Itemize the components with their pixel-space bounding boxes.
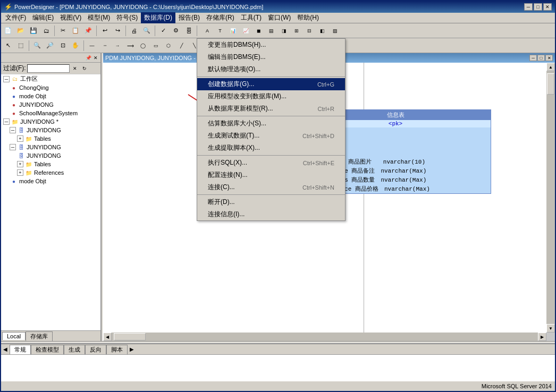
tree-item-workspace[interactable]: ─ 🗂 工作区 — [1, 74, 100, 83]
toolbar-r6[interactable]: ▤ — [265, 25, 277, 37]
menu-edit-dbms[interactable]: 编辑当前DBMS(E)... — [197, 51, 345, 63]
tree-item-junyidong1[interactable]: ● JUNYIDONG — [1, 100, 100, 109]
bottom-left-arrow[interactable]: ◀ — [3, 346, 7, 352]
menu-help[interactable]: 帮助(H) — [294, 12, 322, 23]
menu-model[interactable]: 模型(M) — [85, 12, 113, 23]
scroll-right-btn[interactable]: ▶ — [538, 333, 546, 341]
toolbar-r2[interactable]: T — [214, 25, 226, 37]
menu-estimate-size[interactable]: 估算数据库大小(S)... — [197, 117, 345, 130]
scroll-left-btn[interactable]: ◀ — [103, 333, 112, 341]
toolbar2-b6[interactable]: ▭ — [150, 40, 162, 52]
toolbar-r3[interactable]: 📊 — [227, 25, 239, 37]
bottom-right-arrow[interactable]: ▶ — [130, 346, 134, 352]
toolbar-r5[interactable]: ◼ — [252, 25, 264, 37]
menu-view[interactable]: 视图(V) — [57, 12, 85, 23]
menu-symbol[interactable]: 符号(S) — [113, 12, 141, 23]
toolbar2-b2[interactable]: ╌ — [99, 40, 111, 52]
menu-config-conn[interactable]: 配置连接(N)... — [197, 169, 345, 181]
toolbar2-b7[interactable]: ⬡ — [163, 40, 174, 52]
close-button[interactable]: ✕ — [543, 3, 552, 11]
tab-reverse[interactable]: 反向 — [85, 345, 106, 354]
toolbar-r4[interactable]: 📈 — [240, 25, 251, 37]
menu-change-dbms[interactable]: 变更当前DBMS(H)... — [197, 39, 345, 51]
minimize-button[interactable]: ─ — [524, 3, 533, 11]
tree-item-schoolmanage[interactable]: ● SchoolManageSystem — [1, 109, 100, 117]
tab-generate[interactable]: 生成 — [64, 345, 85, 354]
toolbar-r9[interactable]: ⊟ — [304, 25, 315, 37]
tree-item-junyidong-sub1[interactable]: ─ 🗄 JUNYIDONG — [1, 126, 100, 134]
toolbar-print[interactable]: 🖨 — [128, 25, 140, 37]
tree-expand-junyidong-star[interactable]: ─ — [3, 118, 10, 125]
menu-database[interactable]: 数据库(D) — [141, 12, 175, 23]
toolbar-paste[interactable]: 📌 — [82, 25, 94, 37]
toolbar-redo[interactable]: ↪ — [112, 25, 123, 37]
toolbar-r7[interactable]: ◨ — [278, 25, 290, 37]
toolbar2-fit[interactable]: ⊡ — [57, 40, 69, 52]
toolbar-db[interactable]: 🗄 — [183, 25, 195, 37]
toolbar2-select[interactable]: ⬚ — [15, 40, 27, 52]
menu-repository[interactable]: 存储库(R) — [203, 12, 238, 23]
tree-expand-sub1[interactable]: ─ — [10, 127, 16, 133]
h-scroll-thumb[interactable] — [114, 333, 146, 340]
v-scroll-thumb[interactable] — [547, 73, 554, 95]
menu-conn-info[interactable]: 连接信息(I)... — [197, 208, 345, 220]
scroll-up-btn[interactable]: ▲ — [546, 63, 555, 71]
toolbar2-b1[interactable]: — — [86, 40, 98, 52]
toolbar-save-all[interactable]: 🗂 — [40, 25, 52, 37]
toolbar2-b3[interactable]: → — [112, 40, 123, 52]
toolbar-new[interactable]: 📄 — [2, 25, 14, 37]
toolbar-open[interactable]: 📂 — [15, 25, 27, 37]
toolbar2-b4[interactable]: ⟶ — [124, 40, 136, 52]
menu-report[interactable]: 报告(B) — [175, 12, 203, 23]
tab-script[interactable]: 脚本 — [106, 345, 128, 354]
menu-gen-test-data[interactable]: 生成测试数据(T)... Ctrl+Shift+D — [197, 130, 345, 142]
tab-repository[interactable]: 存储库 — [26, 331, 53, 341]
toolbar2-pan[interactable]: ✋ — [70, 40, 81, 52]
toolbar-r11[interactable]: ▨ — [329, 25, 341, 37]
tree-expand-tables1[interactable]: + — [17, 135, 23, 142]
toolbar-gen[interactable]: ⚙ — [170, 25, 182, 37]
tree-item-references[interactable]: + 📁 References — [1, 168, 100, 177]
tab-normal[interactable]: 常规 — [10, 345, 31, 354]
menu-file[interactable]: 文件(F) — [2, 12, 29, 23]
menu-exec-sql[interactable]: 执行SQL(X)... Ctrl+Shift+E — [197, 157, 345, 169]
toolbar-cut[interactable]: ✂ — [57, 25, 69, 37]
menu-edit[interactable]: 编辑(E) — [29, 12, 57, 23]
filter-clear-btn[interactable]: ✕ — [71, 64, 79, 73]
tree-item-junyidong-sub2[interactable]: ─ 🗄 JUNYIDONG — [1, 143, 100, 151]
sec-restore-btn[interactable]: □ — [537, 55, 545, 61]
tree-item-chongqing[interactable]: ● ChongQing — [1, 83, 100, 92]
panel-close-btn[interactable]: ✕ — [92, 54, 99, 62]
toolbar-copy[interactable]: 📋 — [70, 25, 81, 37]
tree-item-tables1[interactable]: + 📁 Tables — [1, 134, 100, 143]
sec-close-btn[interactable]: ✕ — [545, 55, 553, 61]
panel-pin-btn[interactable]: 📌 — [85, 54, 92, 62]
menu-apply-model[interactable]: 应用模型改变到数据库(M)... — [197, 90, 345, 103]
tab-local[interactable]: Local — [2, 332, 26, 340]
toolbar2-zoom-out[interactable]: 🔎 — [44, 40, 56, 52]
tree-expand-sub2[interactable]: ─ — [10, 144, 16, 150]
scroll-down-btn[interactable]: ▼ — [546, 324, 555, 333]
menu-window[interactable]: 窗口(W) — [265, 12, 294, 23]
toolbar-find[interactable]: 🔍 — [141, 25, 153, 37]
tree-item-junyidong-sub3[interactable]: 🗄 JUNYIDONG — [1, 151, 100, 160]
tree-item-modeobjt1[interactable]: ● mode Objt — [1, 92, 100, 100]
h-scrollbar[interactable]: ◀ ▶ — [103, 333, 546, 341]
menu-update-model[interactable]: 从数据库更新模型(R)... Ctrl+R — [197, 103, 345, 115]
toolbar2-pointer[interactable]: ↖ — [2, 40, 14, 52]
toolbar-undo[interactable]: ↩ — [99, 25, 111, 37]
tab-check-model[interactable]: 检查模型 — [31, 345, 64, 354]
tree-item-tables2[interactable]: + 📁 Tables — [1, 160, 100, 168]
filter-input[interactable] — [27, 64, 70, 73]
toolbar2-b8[interactable]: ╱ — [175, 40, 187, 52]
menu-create-db[interactable]: 创建数据库(G)... Ctrl+G — [197, 78, 345, 90]
menu-connect[interactable]: 连接(C)... Ctrl+Shift+N — [197, 181, 345, 193]
menu-default-options[interactable]: 默认物理选项(O)... — [197, 63, 345, 75]
tree-item-modeobjt2[interactable]: ● mode Objt — [1, 177, 100, 185]
menu-disconnect[interactable]: 断开(D)... — [197, 196, 345, 208]
tree-item-junyidong-star[interactable]: ─ 📁 JUNYIDONG * — [1, 117, 100, 126]
toolbar-r1[interactable]: A — [201, 25, 213, 37]
tree-expand-tables2[interactable]: + — [17, 161, 23, 167]
toolbar2-zoom-in[interactable]: 🔍 — [31, 40, 43, 52]
v-scrollbar[interactable]: ▲ ▼ — [546, 63, 555, 333]
